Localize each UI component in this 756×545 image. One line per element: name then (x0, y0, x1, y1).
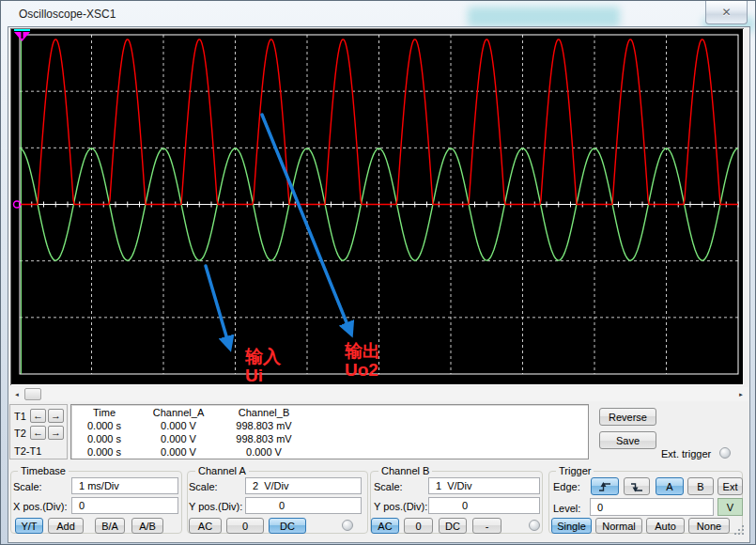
timebase-xpos-value: 0 (79, 500, 85, 511)
timebase-title: Timebase (18, 465, 69, 476)
channel-b-ypos-value: 0 (462, 500, 468, 511)
channel-a-title: Channel A (195, 465, 249, 476)
channel-b-dc-button[interactable]: DC (439, 518, 467, 534)
timebase-xpos-input[interactable]: 0 (71, 497, 178, 514)
arrow-left-icon: ← (33, 428, 43, 438)
t1-right-button[interactable]: → (48, 409, 64, 423)
channel-a-indicator (342, 520, 353, 531)
scroll-right-button[interactable]: ► (733, 387, 748, 401)
ba-mode-button[interactable]: B/A (95, 518, 125, 534)
channel-a-scale-input[interactable]: 2 V/Div (245, 477, 362, 494)
t2-right-button[interactable]: → (48, 426, 64, 440)
channel-b-ypos-input[interactable]: 0 (428, 497, 540, 514)
channel-b-title: Channel B (378, 465, 432, 476)
channel-a-dc-button[interactable]: DC (269, 518, 306, 534)
channel-a-ac-button[interactable]: AC (189, 518, 222, 534)
rising-edge-icon (597, 480, 612, 493)
ab-mode-button[interactable]: A/B (131, 518, 163, 534)
channel-a-scale-label: Scale: (189, 481, 218, 492)
channel-b-zero-button[interactable]: 0 (404, 518, 433, 534)
scope-display (10, 28, 744, 385)
table-row: 0.000 s 0.000 V 998.803 mV (73, 433, 580, 446)
channel-b-minus-button[interactable]: - (472, 518, 501, 534)
trigger-falling-edge-button[interactable] (624, 477, 650, 495)
add-mode-button[interactable]: Add (48, 518, 84, 534)
arrow-right-icon: → (51, 428, 61, 438)
close-icon: ✕ (721, 6, 731, 19)
channel-b-dc-label: DC (445, 521, 460, 532)
trigger-normal-label: Normal (602, 521, 635, 532)
trigger-rising-edge-button[interactable] (591, 477, 619, 495)
t1-channel-b: 998.803 mV (222, 420, 306, 433)
t1-time: 0.000 s (73, 420, 135, 433)
scroll-left-icon: ◄ (14, 392, 20, 397)
diff-channel-b: 0.000 V (222, 446, 306, 459)
trigger-level-unit-select[interactable]: V (717, 498, 743, 516)
t2-t1-label: T2-T1 (14, 445, 41, 457)
table-row: 0.000 s 0.000 V 0.000 V (73, 446, 580, 459)
table-header-row: Time Channel_A Channel_B (73, 407, 580, 420)
trigger-level-input[interactable]: 0 (590, 498, 714, 516)
measurement-table: Time Channel_A Channel_B 0.000 s 0.000 V… (70, 404, 589, 459)
yt-label: Y/T (21, 521, 37, 532)
channel-b-indicator (529, 520, 540, 531)
add-label: Add (56, 521, 75, 532)
oscilloscope-window: Oscilloscope-XSC1 ✕ 输入 Ui 输出 Uo2 ◄ ► (0, 0, 756, 545)
col-channel-b: Channel_B (222, 407, 306, 420)
timebase-scale-value: 1 ms/Div (79, 480, 119, 491)
ba-label: B/A (101, 521, 118, 532)
resize-grip[interactable] (742, 533, 744, 535)
diff-time: 0.000 s (73, 446, 135, 459)
close-button[interactable]: ✕ (705, 1, 748, 24)
arrow-right-icon: → (51, 411, 61, 421)
reverse-button[interactable]: Reverse (599, 408, 656, 426)
channel-b-ac-button[interactable]: AC (371, 518, 399, 534)
yt-mode-button[interactable]: Y/T (15, 518, 43, 534)
t2-left-button[interactable]: ← (30, 426, 46, 440)
col-channel-a: Channel_A (135, 407, 222, 420)
t2-channel-a: 0.000 V (135, 433, 222, 446)
channel-a-zero-button[interactable]: 0 (226, 518, 264, 534)
trigger-a-label: A (666, 481, 672, 492)
timebase-xpos-label: X pos.(Div): (13, 501, 67, 512)
trigger-source-a-button[interactable]: A (656, 477, 684, 495)
title-bar[interactable]: Oscilloscope-XSC1 ✕ (1, 1, 755, 27)
ext-trigger-label: Ext. trigger (661, 448, 711, 459)
trigger-none-button[interactable]: None (688, 518, 730, 534)
channel-b-scale-input[interactable]: 1 V/Div (428, 477, 540, 494)
aero-glass-highlight (468, 7, 620, 27)
trigger-auto-button[interactable]: Auto (646, 518, 685, 534)
trigger-single-button[interactable]: Single (551, 518, 592, 534)
t1-label: T1 (14, 411, 26, 422)
trigger-single-label: Single (557, 521, 586, 532)
reverse-label: Reverse (609, 412, 647, 423)
trigger-normal-button[interactable]: Normal (595, 518, 642, 534)
horizontal-scrollbar[interactable]: ◄ ► (9, 387, 748, 401)
timebase-scale-label: Scale: (13, 481, 42, 492)
channel-b-zero-label: 0 (415, 521, 421, 532)
trigger-source-ext-button[interactable]: Ext (717, 477, 743, 495)
save-button[interactable]: Save (599, 431, 656, 449)
cursor-panel: T1 ← → T2 ← → T2-T1 (9, 404, 68, 459)
trigger-b-label: B (697, 481, 703, 492)
channel-b-ypos-label: Y pos.(Div): (374, 501, 427, 512)
t1-left-button[interactable]: ← (30, 409, 46, 423)
trigger-level-value: 0 (597, 502, 603, 513)
trigger-title: Trigger (556, 465, 594, 476)
channel-b-minus-label: - (486, 521, 489, 532)
channel-a-ypos-value: 0 (279, 500, 285, 511)
channel-a-ypos-input[interactable]: 0 (245, 497, 362, 514)
t1-channel-a: 0.000 V (135, 420, 222, 433)
channel-b-scale-label: Scale: (374, 481, 403, 492)
ext-trigger-indicator (719, 447, 731, 459)
col-time: Time (73, 407, 135, 420)
timebase-scale-input[interactable]: 1 ms/Div (71, 477, 178, 494)
channel-a-ypos-label: Y pos.(Div): (189, 501, 242, 512)
channel-a-zero-label: 0 (242, 521, 248, 532)
trigger-source-b-button[interactable]: B (687, 477, 714, 495)
ab-label: A/B (139, 521, 156, 532)
scroll-left-button[interactable]: ◄ (9, 387, 24, 401)
trigger-level-unit: V (727, 502, 733, 513)
trigger-none-label: None (697, 521, 721, 532)
scrollbar-thumb[interactable] (24, 388, 41, 400)
